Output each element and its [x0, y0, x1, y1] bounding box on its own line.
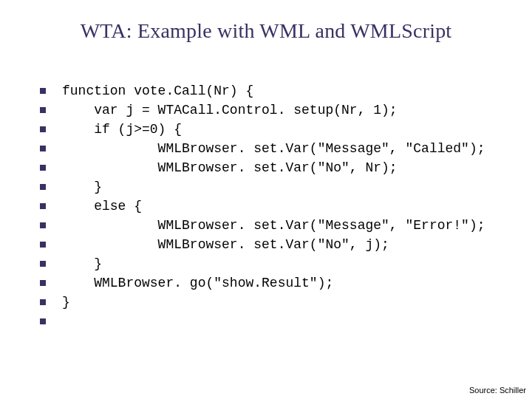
bullet-icon	[40, 184, 46, 190]
code-line: }	[40, 177, 517, 197]
code-text: WMLBrowser. set.Var("Message", "Error!")…	[62, 216, 485, 235]
bullet-icon	[40, 146, 46, 151]
code-line: WMLBrowser. set.Var("No", j);	[40, 235, 517, 254]
bullet-icon	[40, 203, 46, 209]
code-line: WMLBrowser. set.Var("Message", "Error!")…	[40, 216, 517, 235]
code-line: var j = WTACall.Control. setup(Nr, 1);	[40, 100, 517, 120]
code-text: }	[62, 254, 102, 273]
code-text: WMLBrowser. set.Var("Message", "Called")…	[62, 139, 485, 158]
code-line	[40, 312, 517, 331]
bullet-icon	[40, 126, 46, 132]
source-attribution: Source: Schiller	[469, 386, 526, 395]
code-line: }	[40, 293, 517, 312]
code-line: WMLBrowser. set.Var("No", Nr);	[40, 158, 517, 177]
code-text: else {	[62, 197, 142, 216]
code-line: }	[40, 254, 517, 273]
code-line: WMLBrowser. go("show.Result");	[40, 273, 517, 293]
bullet-icon	[40, 222, 46, 228]
code-text: if (j>=0) {	[62, 120, 182, 139]
code-text: WMLBrowser. set.Var("No", j);	[62, 235, 389, 254]
code-line: WMLBrowser. set.Var("Message", "Called")…	[40, 139, 517, 158]
code-block: function vote.Call(Nr) { var j = WTACall…	[40, 81, 517, 331]
bullet-icon	[40, 261, 46, 267]
bullet-icon	[40, 318, 46, 324]
bullet-icon	[40, 165, 46, 171]
slide: WTA: Example with WML and WMLScript func…	[0, 0, 532, 399]
code-text: }	[62, 177, 102, 197]
bullet-icon	[40, 107, 46, 113]
code-text: WMLBrowser. go("show.Result");	[62, 273, 333, 293]
slide-title: WTA: Example with WML and WMLScript	[0, 19, 532, 43]
code-line: function vote.Call(Nr) {	[40, 81, 517, 100]
code-text: WMLBrowser. set.Var("No", Nr);	[62, 158, 398, 177]
bullet-icon	[40, 280, 46, 286]
bullet-icon	[40, 299, 46, 305]
code-line: if (j>=0) {	[40, 120, 517, 139]
bullet-icon	[40, 242, 46, 248]
code-text: function vote.Call(Nr) {	[62, 81, 253, 100]
bullet-icon	[40, 88, 46, 94]
code-line: else {	[40, 197, 517, 216]
code-text: }	[62, 293, 70, 312]
code-text: var j = WTACall.Control. setup(Nr, 1);	[62, 100, 398, 120]
